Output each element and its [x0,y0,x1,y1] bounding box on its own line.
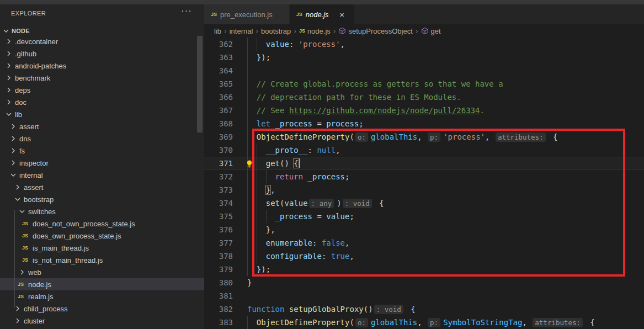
close-icon[interactable]: × [337,10,348,19]
line-number[interactable]: 374 [204,197,233,210]
code-line-content[interactable]: _process = value; [233,210,644,223]
code-line-365[interactable]: 365 // Create global.process as getters … [204,77,644,91]
code-line-content[interactable]: function setupGlobalProxy(): void { [233,303,644,316]
line-number[interactable]: 365 [204,77,233,91]
line-number[interactable]: 366 [204,91,233,104]
code-line-375[interactable]: 375 _process = value; [204,210,644,223]
code-line-370[interactable]: 370 __proto__: null, [204,144,644,157]
tree-folder-.github[interactable]: .github [0,47,204,60]
code-line-content[interactable]: __proto__: null, [233,144,644,157]
tab-pre_execution.js[interactable]: JSpre_execution.js [204,4,290,24]
tree-file-is_not_main_thread.js[interactable]: JSis_not_main_thread.js [0,254,204,266]
code-line-content[interactable]: // deprecation path for these in ES Modu… [233,91,644,104]
line-number[interactable]: 373 [204,183,233,197]
line-number[interactable]: 381 [204,289,233,303]
tree-file-does_not_own_process_state.js[interactable]: JSdoes_not_own_process_state.js [0,217,204,230]
line-number[interactable]: 363 [204,51,233,64]
code-line-content[interactable]: } [233,276,644,289]
breadcrumb-item-internal[interactable]: internal [230,27,253,35]
code-line-376[interactable]: 376 }, [204,223,644,236]
code-line-content[interactable]: enumerable: false, [233,236,644,250]
tree-file-does_own_process_state.js[interactable]: JSdoes_own_process_state.js [0,230,204,242]
line-number[interactable]: 378 [204,250,233,263]
breadcrumb-item-setupProcessObject[interactable]: setupProcessObject [338,27,412,35]
code-line-371[interactable]: 371 get() { [204,157,644,170]
code-line-381[interactable]: 381 [204,289,644,303]
tree-folder-assert[interactable]: assert [0,181,204,193]
code-line-366[interactable]: 366 // deprecation path for these in ES … [204,91,644,104]
code-line-380[interactable]: 380} [204,276,644,289]
line-number[interactable]: 370 [204,144,233,157]
code-line-378[interactable]: 378 configurable: true, [204,250,644,263]
code-line-content[interactable]: return _process; [233,170,644,183]
tree-folder-assert[interactable]: assert [0,120,204,132]
code-line-content[interactable]: }); [233,51,644,64]
code-line-379[interactable]: 379 }); [204,263,644,276]
tab-node.js[interactable]: JSnode.js× [290,4,355,24]
code-line-363[interactable]: 363 }); [204,51,644,64]
breadcrumb-item-bootstrap[interactable]: bootstrap [261,27,291,35]
code-line-content[interactable]: }, [233,183,644,197]
line-number[interactable]: 375 [204,210,233,223]
line-number[interactable]: 380 [204,276,233,289]
line-number[interactable]: 379 [204,263,233,276]
code-line-content[interactable]: ObjectDefineProperty(o:globalThis, p:Sym… [233,316,644,329]
code-line-374[interactable]: 374 set(value: any): void { [204,197,644,210]
tree-folder-web[interactable]: web [0,266,204,278]
code-line-content[interactable]: ObjectDefineProperty(o:globalThis, p:'pr… [233,130,644,144]
code-line-368[interactable]: 368 let _process = process; [204,117,644,130]
code-line-content[interactable]: }, [233,223,644,236]
code-line-content[interactable]: get() { [233,157,644,170]
comment-link[interactable]: https://github.com/nodejs/node/pull/2633… [289,106,480,115]
line-number[interactable]: 372 [204,170,233,183]
code-line-369[interactable]: 369 ObjectDefineProperty(o:globalThis, p… [204,130,644,144]
line-number[interactable]: 383 [204,316,233,329]
code-line-377[interactable]: 377 enumerable: false, [204,236,644,250]
code-line-372[interactable]: 372 return _process; [204,170,644,183]
line-number[interactable]: 367 [204,104,233,117]
lightbulb-icon[interactable] [245,159,254,168]
code-line-content[interactable] [233,64,644,77]
code-line-content[interactable]: // Create global.process as getters so t… [233,77,644,91]
tree-folder-dns[interactable]: dns [0,132,204,145]
code-line-content[interactable]: set(value: any): void { [233,197,644,210]
line-number[interactable]: 364 [204,64,233,77]
tree-folder-switches[interactable]: switches [0,205,204,217]
code-line-content[interactable]: configurable: true, [233,250,644,263]
tree-folder-inspector[interactable]: inspector [0,157,204,169]
breadcrumb-item-node.js[interactable]: JSnode.js [299,27,331,35]
line-number[interactable]: 368 [204,117,233,130]
code-line-content[interactable] [233,289,644,303]
code-line-373[interactable]: 373 }, [204,183,644,197]
code-line-382[interactable]: 382function setupGlobalProxy(): void { [204,303,644,316]
code-line-content[interactable]: value: 'process', [233,38,644,51]
line-number[interactable]: 369 [204,130,233,144]
tree-folder-.devcontainer[interactable]: .devcontainer [0,35,204,47]
code-line-content[interactable]: // See https://github.com/nodejs/node/pu… [233,104,644,117]
code-line-364[interactable]: 364 [204,64,644,77]
line-number[interactable]: 376 [204,223,233,236]
tree-file-is_main_thread.js[interactable]: JSis_main_thread.js [0,242,204,254]
line-number[interactable]: 377 [204,236,233,250]
code-line-content[interactable]: let _process = process; [233,117,644,130]
tree-folder-fs[interactable]: fs [0,145,204,157]
line-number[interactable]: 362 [204,38,233,51]
more-actions-icon[interactable]: ··· [181,6,192,17]
tree-folder-benchmark[interactable]: benchmark [0,72,204,84]
sidebar-scrollbar[interactable] [197,36,203,132]
tree-file-node.js[interactable]: JSnode.js [0,278,204,290]
breadcrumb-item-get[interactable]: get [421,27,441,35]
tree-folder-android-patches[interactable]: android-patches [0,60,204,72]
tree-folder-lib[interactable]: lib [0,108,204,120]
tree-folder-bootstrap[interactable]: bootstrap [0,193,204,205]
tree-folder-doc[interactable]: doc [0,96,204,108]
code-line-383[interactable]: 383 ObjectDefineProperty(o:globalThis, p… [204,316,644,329]
code-editor[interactable]: 362 value: 'process',363 });364365 // Cr… [204,38,644,329]
tree-folder-deps[interactable]: deps [0,84,204,96]
breadcrumb-item-lib[interactable]: lib [214,27,221,35]
code-line-content[interactable]: }); [233,263,644,276]
tree-folder-cluster[interactable]: cluster [0,315,204,327]
line-number[interactable]: 371 [204,157,233,170]
tree-file-realm.js[interactable]: JSrealm.js [0,290,204,303]
code-line-367[interactable]: 367 // See https://github.com/nodejs/nod… [204,104,644,117]
